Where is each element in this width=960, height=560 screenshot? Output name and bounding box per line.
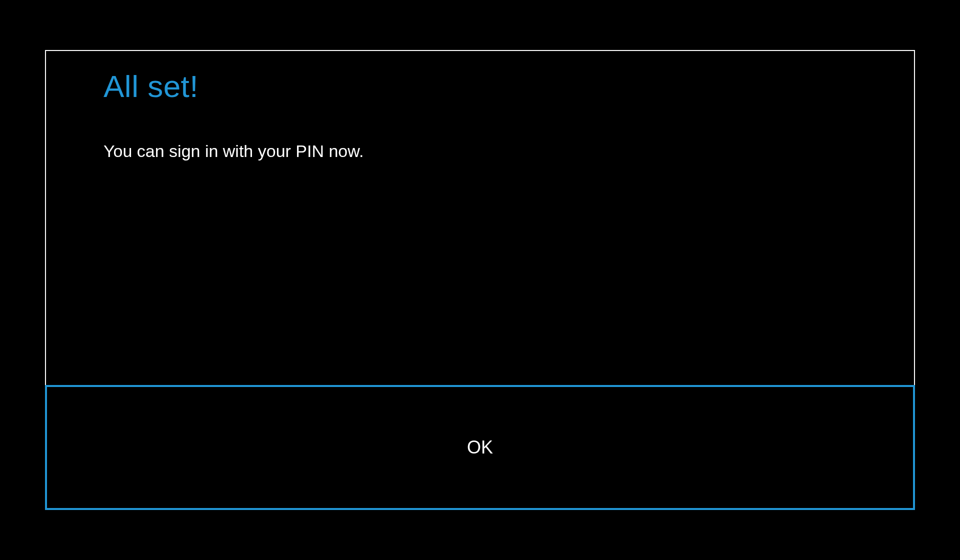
ok-button[interactable]: OK xyxy=(45,385,915,510)
pin-setup-confirmation-dialog: All set! You can sign in with your PIN n… xyxy=(45,50,915,510)
dialog-content-area: All set! You can sign in with your PIN n… xyxy=(46,51,914,385)
dialog-title: All set! xyxy=(104,68,856,104)
dialog-message: You can sign in with your PIN now. xyxy=(104,142,856,161)
